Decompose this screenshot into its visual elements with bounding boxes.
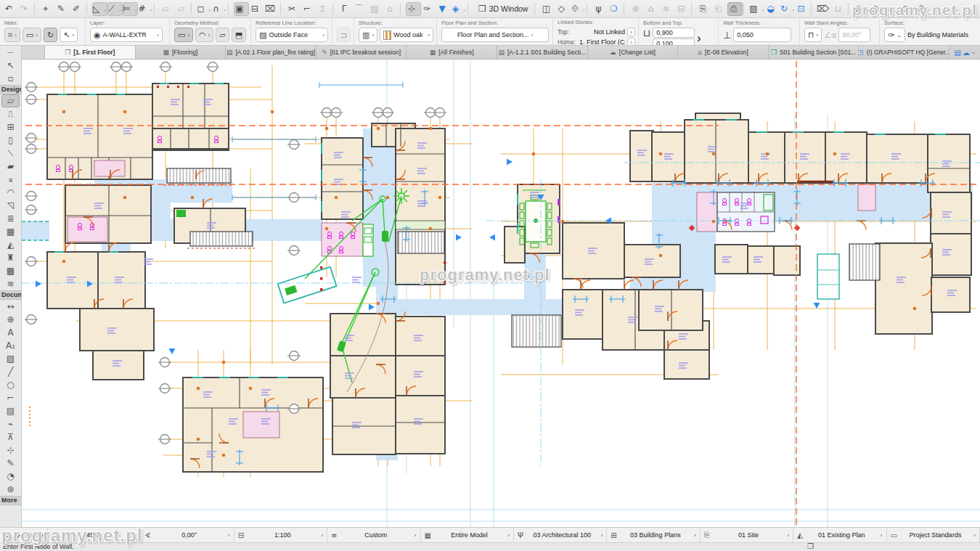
toolbox-handle[interactable]: — (0, 46, 21, 59)
top-link-chevron[interactable]: › (627, 28, 635, 36)
elevation-tool[interactable]: ⊼ (0, 430, 21, 444)
fill-tool[interactable]: ▨ (0, 352, 21, 365)
tab-all-finishes[interactable]: ▦ [All Finishes] (407, 46, 497, 59)
three-d-window-button[interactable]: ❒ 3D Window (473, 2, 534, 16)
geometry-polygon-button[interactable]: ⬒ (232, 28, 246, 42)
add-camera-icon[interactable]: ◎ (869, 2, 884, 16)
explode-icon[interactable]: ⌧ (264, 2, 279, 16)
slab-tool[interactable]: ▰ (0, 160, 21, 173)
dimension-standard[interactable]: ▭ Project Standards › (887, 528, 980, 542)
partial-structure-display[interactable]: ▦ Entire Model › (421, 528, 514, 542)
curtain-wall-tool[interactable]: ◹ (0, 199, 21, 212)
trace-reference-icon[interactable]: ▱ (160, 2, 175, 16)
window-stack-icon[interactable]: ❐ (807, 542, 814, 550)
tab-floor-plan-fire-rating[interactable]: ▤ [A.02.1 Floor plan_fire rating] (226, 46, 317, 59)
figure-tool[interactable]: ▤ (0, 404, 21, 417)
structure-selector[interactable]: Wood oak › (380, 28, 433, 42)
trace-switch-icon[interactable]: ▱ (175, 2, 190, 16)
design-section-header[interactable]: Design (0, 85, 21, 94)
path-camera-icon[interactable]: ⊙ (899, 2, 915, 16)
polyline-tool[interactable]: ⌐ (0, 391, 21, 404)
camera-icon[interactable]: ◉ ⌄ (854, 2, 869, 16)
tab-ipc-breakout[interactable]: ✎ [01 IPC breakout session] (317, 46, 407, 59)
axonometry-icon[interactable]: ◇ (555, 2, 571, 16)
rebuild-icon[interactable]: ↻ ⌄ (780, 2, 795, 16)
home-view-icon[interactable]: ⌂ (884, 2, 899, 16)
transfer-settings-icon[interactable]: ✐ (70, 2, 86, 16)
bottom-offset-input[interactable]: 0,100 (653, 38, 695, 46)
tab-flooring[interactable]: ▦ [Flooring] (136, 46, 226, 59)
elevate-icon[interactable]: ↥ (317, 2, 332, 16)
orbit-icon[interactable]: ❍ (608, 2, 623, 16)
fillet-icon[interactable]: ⌒ (354, 2, 369, 16)
composite-button[interactable]: ▥› (359, 28, 377, 42)
column-tool[interactable]: ▯ (0, 134, 21, 147)
orientation-icon[interactable]: ⟐ ⌄ (571, 2, 586, 16)
interior-elevation-tool[interactable]: ⊹ (0, 444, 21, 457)
stair-tool[interactable]: ≣ (0, 212, 21, 225)
mesh-tools-icon[interactable]: ≋ (660, 2, 675, 16)
scale[interactable]: ⊟ 1:100 › (234, 528, 327, 542)
story-settings-icon[interactable]: ⌂ (645, 2, 660, 16)
window-tool[interactable]: ⊞ (0, 121, 21, 134)
line-tool[interactable]: ╱ (0, 365, 21, 378)
shell-tool[interactable]: ◠ (0, 186, 21, 199)
merge-icon[interactable]: ▤ (369, 2, 384, 16)
marquee-options-icon[interactable]: ▨ ⌄ (749, 2, 764, 16)
arrow-default-button[interactable]: ↖› (60, 28, 78, 42)
paste-options-icon[interactable]: ⎙ (727, 2, 743, 16)
walk-mode-icon[interactable]: ψ (592, 2, 608, 16)
mesh-tool[interactable]: ≋ (0, 277, 21, 290)
arrow-tool[interactable]: ↖ (0, 59, 21, 72)
dimension-tool[interactable]: ↔ (0, 300, 21, 313)
split-icon[interactable]: ✂ (286, 2, 301, 16)
editing-plane-icon[interactable]: ◈ ⌄ (452, 2, 467, 16)
camera-tool[interactable]: ⊛ (0, 483, 21, 496)
top-offset-input[interactable]: 0,900 (653, 28, 695, 38)
undo-icon[interactable]: ↶ (3, 2, 18, 16)
guide-lines-icon[interactable]: ◺ ⌄ (92, 2, 107, 16)
gravity-icon[interactable]: ▼ (436, 2, 452, 16)
zoom-out-icon[interactable]: ⊖ (37, 531, 44, 540)
label-tool[interactable]: A₁ (0, 339, 21, 352)
tab-overflow-button[interactable]: ▤☁⌄ (950, 46, 980, 59)
rotate-default-button[interactable]: ↻ (44, 28, 57, 42)
section-tool[interactable]: ⌁ (0, 417, 21, 430)
tab-s01-building-section-layout[interactable]: ▤ [A-1.2.1 S01 Building Secti... (497, 46, 588, 59)
snap-guides-icon[interactable]: ⟋ ⌄ (107, 2, 123, 16)
tab-e08-elevation[interactable]: ⌂ [E-08 Elevation] (678, 46, 769, 59)
geometry-trapezoid-button[interactable]: ▱ (216, 28, 229, 42)
tab-first-floor[interactable]: ❐ [1. First Floor] (45, 46, 136, 59)
slant-angle-input[interactable]: 90,00° (838, 28, 870, 42)
trim-icon[interactable]: Γ (338, 2, 354, 16)
geometry-straight-button[interactable]: ▭› (174, 28, 193, 42)
morph-tool[interactable]: ◭ (0, 238, 21, 251)
model-view-options[interactable]: ⊞ 03 Building Plans › (607, 528, 700, 542)
paste-icon[interactable]: ⎗ (712, 2, 727, 16)
geometry-curved-button[interactable]: ◠› (195, 28, 213, 42)
zoom-back-icon[interactable]: ⟲ (4, 531, 10, 540)
home-link-chevron[interactable]: › (627, 38, 635, 46)
layer-selector[interactable]: ◉ A-WALL-EXTR › (90, 28, 163, 42)
level-dimension-tool[interactable]: ⊕ (0, 313, 21, 326)
copy-icon[interactable]: ⎘ (697, 2, 712, 16)
marquee-default-button[interactable]: ▭› (23, 28, 41, 42)
worksheet-tool[interactable]: ✎ (0, 457, 21, 470)
more-section-header[interactable]: More (0, 496, 21, 505)
stretch-icon[interactable]: ⊹ (406, 2, 421, 16)
render-settings-icon[interactable]: ❋ (915, 2, 930, 16)
refline-selector[interactable]: ▨ Outside Face › (256, 28, 328, 42)
floorplan-display-selector[interactable]: Floor Plan and Section... › (441, 28, 549, 42)
graphic-override[interactable]: ⎘ 01 Site › (701, 528, 793, 542)
layer-combination[interactable]: Ψ 03 Architectural 100 › (514, 528, 607, 542)
freehand-icon[interactable]: ✑ (421, 2, 436, 16)
detail-tool[interactable]: ◔ (0, 470, 21, 483)
beam-tool[interactable]: ⟍ (0, 147, 21, 160)
crop-roof-icon[interactable]: ⌂ (384, 2, 399, 16)
wall-tool[interactable]: ▱ (1, 94, 20, 107)
slant-type-button[interactable]: ⊓› (804, 28, 822, 42)
paint-bucket-icon[interactable]: ⊔ (832, 2, 847, 16)
solid-ops-icon[interactable]: ⊟ (675, 2, 690, 16)
filter-3d-icon[interactable]: ◒ (764, 2, 780, 16)
roof-tool[interactable]: ⌅ (0, 173, 21, 186)
